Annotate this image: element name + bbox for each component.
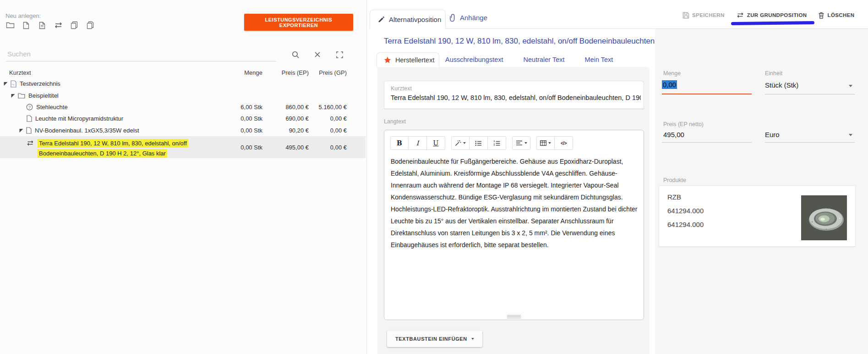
tab-alternativposition[interactable]: Alternativposition	[370, 10, 446, 29]
produkt-card[interactable]: RZB 641294.000 641294.000	[659, 185, 856, 247]
new-toolbar	[5, 20, 95, 30]
save-icon	[682, 12, 689, 19]
tab-anhaenge[interactable]: Anhänge	[449, 14, 487, 22]
bold-button[interactable]: B	[390, 136, 409, 150]
tree-row-beispieltitel[interactable]: Beispieltitel	[0, 89, 366, 101]
align-left-icon	[516, 140, 523, 146]
langtext-label: Langtext	[384, 118, 406, 125]
panel-divider[interactable]	[366, 0, 367, 354]
italic-button[interactable]: I	[409, 136, 427, 150]
tab-ausschreibungstext[interactable]: Ausschreibungstext	[445, 56, 503, 63]
code-icon: </>	[561, 141, 567, 146]
numbered-list-icon	[493, 140, 500, 146]
langtext-value[interactable]: Bodeneinbauleuchte für Fußgängerbereiche…	[384, 150, 644, 251]
svg-text:?: ?	[28, 105, 31, 110]
menge-focus-underline	[662, 94, 752, 94]
pencil-icon	[378, 16, 385, 23]
search-icon[interactable]	[290, 50, 300, 60]
new-text-file-icon[interactable]	[37, 20, 47, 30]
underline-button[interactable]: U	[427, 136, 445, 150]
search-underline	[6, 61, 276, 61]
app-window: Neu anlegen: LEISTUNGSVERZEICHNIS EXPORT…	[0, 0, 868, 354]
tree-header: Kurztext Menge Preis (EP) Preis (GP)	[0, 67, 366, 78]
star-icon	[384, 56, 391, 64]
save-button[interactable]: SPEICHERN	[682, 12, 725, 19]
preis-input[interactable]: 495,00	[663, 131, 684, 138]
highlighted-kurztext-line2: Bodeneinbauleuchten, D 190 H 2, 12°, Gla…	[38, 149, 167, 158]
col-preis-ep[interactable]: Preis (EP)	[262, 69, 309, 76]
preis-label: Preis (EP netto)	[663, 121, 704, 127]
menge-input[interactable]: 0,00	[662, 81, 677, 88]
resize-grip[interactable]	[507, 314, 521, 318]
einheit-select[interactable]: Stück (Stk)	[765, 81, 798, 89]
einheit-label: Einheit	[765, 70, 782, 77]
swap-icon	[26, 140, 34, 146]
chevron-down-icon[interactable]	[849, 85, 852, 87]
table-icon	[540, 140, 546, 146]
bullet-list-button[interactable]	[469, 136, 488, 150]
bullet-list-icon	[475, 140, 482, 146]
clear-icon[interactable]	[312, 50, 322, 60]
numbered-list-button[interactable]	[488, 136, 506, 150]
code-view-button[interactable]: </>	[555, 136, 573, 150]
trash-icon	[818, 12, 824, 19]
duplicate-icon[interactable]	[85, 20, 95, 30]
expand-caret-icon[interactable]	[19, 128, 23, 133]
tab-herstellertext[interactable]: Herstellertext	[377, 52, 439, 67]
magic-wand-icon	[455, 140, 461, 146]
kurztext-label: Kurztext	[391, 85, 412, 92]
tree-row-nv-bodeneinbaul[interactable]: NV-Bodeneinbaul. 1xGX5,3/35W edelst 0,00…	[0, 124, 366, 136]
dropdown-caret-icon	[548, 142, 551, 144]
expand-caret-icon[interactable]	[4, 82, 8, 86]
chevron-down-icon[interactable]	[849, 134, 852, 136]
new-folder-icon[interactable]	[5, 20, 15, 30]
tree-row-testverzeichnis[interactable]: Testverzeichnis	[0, 78, 366, 89]
dropdown-caret-icon	[471, 338, 474, 340]
dropdown-caret-icon	[463, 142, 466, 144]
delete-button[interactable]: LÖSCHEN	[818, 12, 854, 19]
waehrung-underline	[765, 142, 855, 143]
col-kurztext[interactable]: Kurztext	[0, 69, 221, 76]
new-alternative-icon[interactable]	[53, 20, 63, 30]
copy-icon[interactable]	[69, 20, 79, 30]
lv-tree-panel: Neu anlegen: LEISTUNGSVERZEICHNIS EXPORT…	[0, 0, 366, 354]
tree-row-stehleuchte[interactable]: ? Stehleuchte 6,00 Stk 860,00 € 5.160,00…	[0, 101, 366, 113]
textbaustein-button[interactable]: TEXTBAUSTEIN EINFÜGEN	[387, 331, 482, 347]
kurztext-field[interactable]: Kurztext Terra Edelstahl 190, 12 W, 810 …	[384, 81, 644, 109]
highlighted-kurztext-line1: Terra Edelstahl 190, 12 W, 810 lm, 830, …	[38, 139, 188, 148]
zur-grundposition-button[interactable]: ZUR GRUNDPOSITION	[736, 12, 807, 18]
new-file-icon[interactable]	[21, 20, 31, 30]
export-lv-button[interactable]: LEISTUNGSVERZEICHNIS EXPORTIEREN	[244, 14, 353, 31]
swap-icon	[736, 12, 744, 18]
align-button[interactable]	[512, 136, 530, 150]
langtext-editor[interactable]: B I U	[384, 130, 644, 320]
format-wand-button[interactable]	[451, 136, 469, 150]
paperclip-icon	[449, 14, 456, 22]
search-input[interactable]	[6, 47, 265, 60]
waehrung-select[interactable]: Euro	[765, 131, 780, 138]
tab-mein-text[interactable]: Mein Text	[585, 56, 613, 63]
file-icon	[26, 127, 32, 134]
editor-toolbar: B I U	[384, 130, 644, 150]
annotation-underline	[731, 21, 814, 25]
detail-actions: SPEICHERN ZUR GRUNDPOSITION LÖSCHEN	[682, 10, 854, 20]
produkt-info: RZB 641294.000 641294.000	[667, 190, 704, 232]
col-menge[interactable]: Menge	[221, 69, 262, 76]
kurztext-value[interactable]: Terra Edelstahl 190, 12 W, 810 lm, 830, …	[391, 94, 641, 101]
col-preis-gp[interactable]: Preis (GP)	[309, 69, 347, 76]
table-button[interactable]	[536, 136, 555, 150]
fullscreen-icon[interactable]	[334, 50, 344, 60]
text-tab-bar: Ausschreibungstext Neutraler Text Mein T…	[445, 52, 613, 67]
tree-row-terra-edelstahl[interactable]: Terra Edelstahl 190, 12 W, 810 lm, 830, …	[0, 136, 366, 158]
search-tools	[290, 50, 344, 60]
product-image	[801, 195, 847, 240]
question-circle-icon: ?	[26, 104, 33, 111]
produkt-artikelnummer: 641294.000	[667, 218, 704, 232]
tree-row-leuchte-micropyramid[interactable]: Leuchte mit Micropyramidstruktur 0,00 St…	[0, 113, 366, 124]
produkt-hersteller: RZB	[667, 190, 704, 204]
folder-icon	[18, 93, 25, 99]
dropdown-caret-icon	[524, 142, 527, 144]
tab-neutraler-text[interactable]: Neutraler Text	[524, 56, 565, 63]
file-icon	[27, 115, 32, 122]
expand-caret-icon[interactable]	[11, 94, 15, 98]
